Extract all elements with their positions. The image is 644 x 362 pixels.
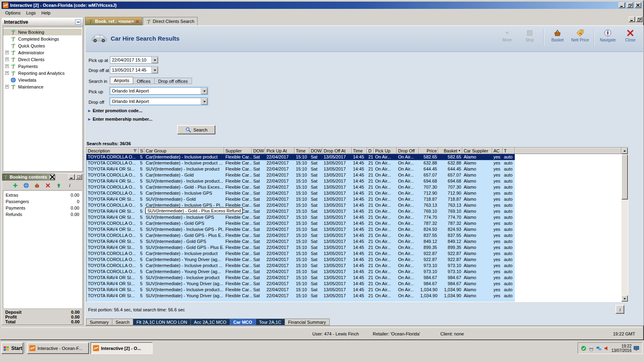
- tray-network-icon[interactable]: [596, 346, 602, 351]
- sidebar-item-completed-bookings[interactable]: Completed Bookings: [3, 35, 82, 42]
- table-row[interactable]: TOYOTA COROLLA O...5Car(Intermediate) - …: [87, 269, 515, 275]
- column-header-s[interactable]: S: [139, 148, 144, 154]
- table-row[interactable]: TOYOTA RAV4 OR SI...5SUV(Intermediate) -…: [87, 166, 515, 172]
- table-row[interactable]: TOYOTA COROLLA O...5Car(Intermediate) - …: [87, 160, 515, 166]
- column-header-time[interactable]: Time: [295, 148, 310, 154]
- dropdown-button[interactable]: [201, 98, 207, 105]
- table-row[interactable]: TOYOTA COROLLA O...5Car(Intermediate) - …: [87, 172, 515, 178]
- tray-display-icon[interactable]: [634, 346, 639, 351]
- column-header-time[interactable]: Time: [352, 148, 367, 154]
- column-header-basket[interactable]: Basket▼: [438, 148, 462, 154]
- table-row[interactable]: TOYOTA RAV4 OR SI...5SUV(Intermediate) -…: [87, 287, 515, 293]
- sidebar-item-viewdata[interactable]: Viewdata: [3, 76, 82, 83]
- column-header-drop-off[interactable]: Drop Off: [397, 148, 419, 154]
- table-row[interactable]: TOYOTA RAV4 OR SI...5SUV(Intermediate) -…: [87, 281, 515, 287]
- sidebar-item-direct-clients[interactable]: +Direct Clients: [3, 56, 82, 63]
- column-header-description[interactable]: Description: [87, 148, 139, 154]
- close-button[interactable]: Close: [621, 29, 639, 42]
- navigate-button[interactable]: Navigate: [599, 29, 617, 42]
- bottom-tab-flt-2a-1c-lon-mco-lon[interactable]: Flt 2A,1C LON MCO LON: [133, 319, 190, 325]
- table-row[interactable]: TOYOTA COROLLA O...5Car(Intermediate) - …: [87, 251, 515, 257]
- searchin-tab-offices[interactable]: Offices: [133, 78, 155, 84]
- table-row[interactable]: TOYOTA RAV4 OR SI...5SUV(Intermediate) -…: [87, 245, 515, 251]
- tray-volume-icon[interactable]: [604, 346, 609, 351]
- table-row[interactable]: TOYOTA RAV4 OR SI...5SUV(Intermediate) -…: [87, 178, 515, 184]
- dropoff-location-combo[interactable]: Orlando Intl Airport: [110, 98, 208, 105]
- taskbar-task[interactable]: Interactive [2] - O...: [91, 342, 153, 354]
- restore-button[interactable]: [627, 2, 633, 8]
- close-button[interactable]: [635, 2, 641, 8]
- panel-maximize-button[interactable]: [76, 174, 82, 180]
- nett-price-button[interactable]: %Nett Price: [571, 29, 589, 42]
- menu-options[interactable]: Options: [2, 10, 23, 16]
- column-header-dow[interactable]: DOW: [252, 148, 265, 154]
- bottom-tab-summary[interactable]: Summary: [86, 319, 112, 325]
- sidebar-item-quick-quotes[interactable]: Quick Quotes: [3, 42, 82, 49]
- table-row[interactable]: TOYOTA RAV4 OR SI...5SUV(Intermediate) -…: [87, 214, 515, 220]
- menu-logs[interactable]: Logs: [23, 10, 39, 16]
- table-row[interactable]: TOYOTA COROLLA O...5Car(Intermediate) - …: [87, 263, 515, 269]
- tab-direct-clients-search[interactable]: Direct Clients Search: [143, 17, 198, 25]
- tab-book-ref-none[interactable]: Book. ref.: <none>: [85, 17, 142, 25]
- search-button[interactable]: Search: [177, 125, 215, 134]
- tray-printer-icon[interactable]: [588, 346, 594, 351]
- table-vertical-scrollbar[interactable]: [621, 148, 628, 302]
- column-header-car-supplier[interactable]: Car Supplier: [462, 148, 492, 154]
- column-header-ac[interactable]: AC: [492, 148, 503, 154]
- sidebar-item-administrator[interactable]: +Administrator: [3, 49, 82, 56]
- bottom-tab-tour-2a-1c[interactable]: Tour 2A,1C: [256, 319, 285, 325]
- promote-icon[interactable]: [55, 182, 62, 189]
- sidebar-item-reporting-and-analytics[interactable]: +Reporting and Analytics: [3, 70, 82, 76]
- table-row[interactable]: TOYOTA RAV4 OR SI...5SUV(Intermediate) -…: [87, 239, 515, 245]
- column-header-pick-up-at[interactable]: Pick Up At: [265, 148, 295, 154]
- table-row-partial[interactable]: [87, 299, 515, 302]
- table-row[interactable]: TOYOTA RAV4 OR SI...5SUV(Intermediate) -…: [87, 293, 515, 299]
- filter-icon[interactable]: [133, 148, 137, 153]
- table-row[interactable]: TOYOTA COROLLA O...5Car(Intermediate) - …: [87, 257, 515, 263]
- column-header-d[interactable]: D: [367, 148, 374, 154]
- booking-row-extras[interactable]: Extras0.00: [3, 192, 82, 198]
- column-header-supplier[interactable]: Supplier: [224, 148, 252, 154]
- basket-button[interactable]: Basket: [549, 29, 566, 42]
- column-header-drop-off-at[interactable]: Drop Off At: [322, 148, 352, 154]
- add-icon[interactable]: [12, 182, 19, 189]
- bottom-tab-financial-summary[interactable]: Financial Summary: [285, 319, 330, 325]
- expand-icon[interactable]: +: [5, 85, 9, 88]
- taskbar-task[interactable]: Interactive - Ocean-F...: [27, 342, 89, 354]
- booking-row-payments[interactable]: Payments0.00: [3, 205, 82, 211]
- scroll-thumb[interactable]: [621, 154, 628, 200]
- expand-icon[interactable]: +: [5, 58, 9, 61]
- table-row[interactable]: TOYOTA COROLLA O...5Car(Intermediate) - …: [87, 154, 515, 160]
- titlebar[interactable]: Interactive [2] - Ocean-Florida (code: w…: [2, 2, 642, 9]
- dropdown-button[interactable]: [201, 88, 207, 94]
- start-button[interactable]: Start: [1, 342, 23, 354]
- table-row[interactable]: TOYOTA RAV4 OR SI...5SUV(Intermediate) -…: [87, 275, 515, 281]
- collapse-panel-button[interactable]: [75, 19, 81, 25]
- table-row[interactable]: TOYOTA COROLLA O...5Car(Intermediate) - …: [87, 184, 515, 190]
- basket-icon[interactable]: [33, 182, 41, 189]
- column-header-price[interactable]: Price: [419, 148, 438, 154]
- menu-help[interactable]: Help: [39, 10, 54, 16]
- dropdown-button[interactable]: [151, 67, 158, 73]
- booking-row-refunds[interactable]: Refunds0.00: [3, 211, 82, 218]
- scroll-down-button[interactable]: [621, 295, 628, 302]
- bottom-tab-search[interactable]: Search: [112, 319, 133, 325]
- sidebar-item-payments[interactable]: +Payments: [3, 63, 82, 70]
- globe-icon[interactable]: [23, 182, 30, 189]
- table-row[interactable]: TOYOTA COROLLA O...5Car(Intermediate) - …: [87, 220, 515, 226]
- promotion-code-expander[interactable]: ▶ Enter promotion code...: [88, 108, 142, 113]
- expand-icon[interactable]: +: [5, 71, 9, 75]
- table-row[interactable]: TOYOTA RAV4 OR SI...5SUV(Intermediate) -…: [87, 226, 515, 232]
- tray-messenger-icon[interactable]: [581, 346, 586, 351]
- panel-minimize-button[interactable]: [68, 174, 75, 180]
- booking-row-passengers[interactable]: Passengers0: [3, 198, 82, 205]
- dropoff-at-combo[interactable]: 13/05/2017 14:45: [110, 66, 158, 74]
- column-header-t[interactable]: T: [503, 148, 515, 154]
- column-header-car-group[interactable]: Car Group: [144, 148, 224, 154]
- table-row[interactable]: TOYOTA COROLLA O...5Car(Intermediate) - …: [87, 190, 515, 196]
- bottom-tab-acc-2a-1c-mco[interactable]: Acc 2A,1C MCO: [190, 319, 230, 325]
- booking-contents-titlebar[interactable]: Booking contents: [2, 173, 55, 181]
- column-header-pick-up[interactable]: Pick Up: [374, 148, 397, 154]
- membership-number-expander[interactable]: ▶ Enter membership number...: [88, 117, 153, 121]
- tabbar-restore-button[interactable]: [636, 16, 642, 22]
